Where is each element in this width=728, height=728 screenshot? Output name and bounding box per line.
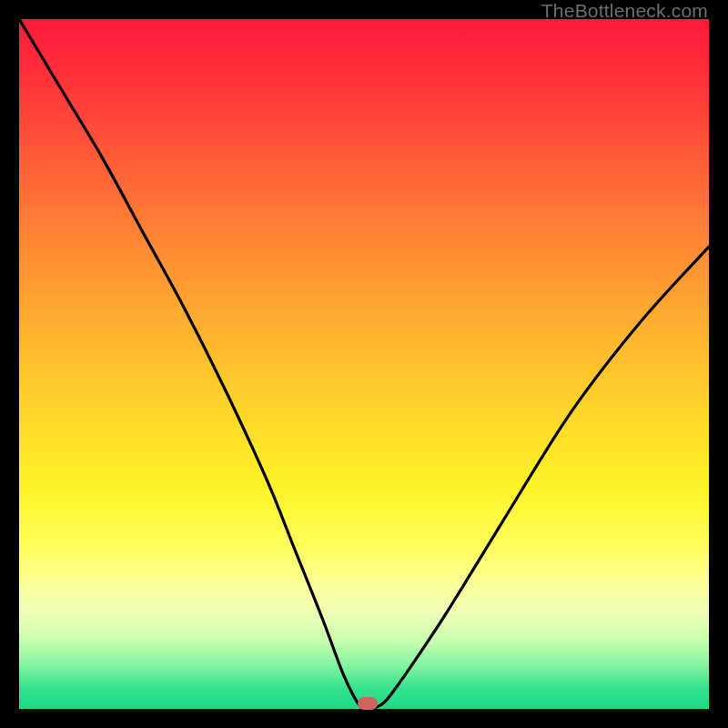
curve-svg [19, 19, 709, 709]
optimum-marker [358, 697, 378, 710]
outer-frame: TheBottleneck.com [0, 0, 728, 728]
bottleneck-curve-path [19, 19, 709, 709]
plot-area [19, 19, 709, 709]
